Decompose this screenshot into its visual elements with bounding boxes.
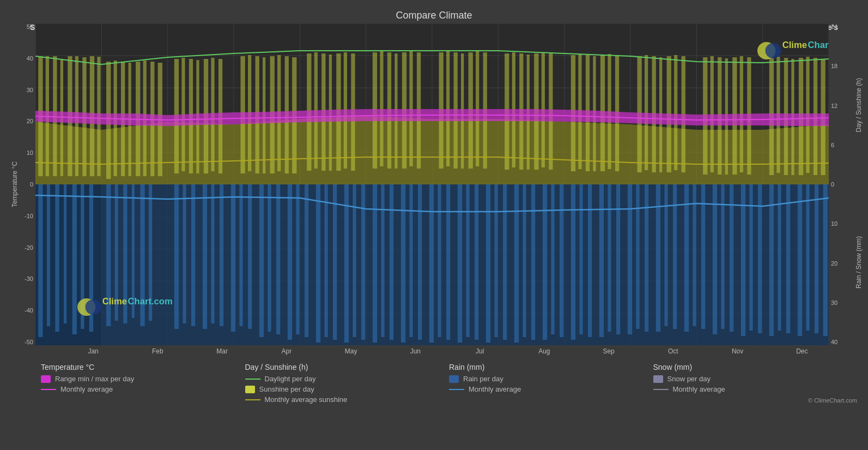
y-left-50: 50 (27, 23, 33, 30)
y-left-0: 0 (30, 181, 33, 188)
svg-rect-54 (316, 184, 320, 343)
y-left-10: 10 (27, 149, 33, 156)
legend-rain-label: Rain per day (463, 375, 503, 383)
svg-rect-81 (571, 184, 575, 340)
svg-rect-105 (798, 184, 802, 336)
legend-sunshine-avg-label: Monthly average sunshine (265, 395, 348, 404)
svg-rect-71 (475, 184, 478, 340)
svg-rect-87 (628, 184, 632, 334)
legend-sunshine-day: Sunshine per day (245, 385, 450, 393)
legend-daylight: Daylight per day (245, 375, 450, 383)
legend-sunshine-label: Sunshine per day (259, 385, 314, 393)
svg-rect-56 (333, 184, 337, 340)
y-left-20: 20 (27, 118, 33, 124)
svg-rect-154 (409, 51, 412, 166)
legend-temperature: Temperature °C Range min / max per day M… (41, 363, 245, 404)
svg-rect-49 (268, 184, 271, 332)
svg-rect-99 (741, 184, 745, 336)
y-axis-left: 50 40 30 20 10 0 -10 -20 -30 -40 -50 (16, 23, 35, 345)
svg-point-201 (86, 299, 101, 315)
svg-rect-83 (588, 184, 592, 337)
svg-rect-89 (645, 184, 648, 332)
svg-rect-95 (701, 184, 705, 329)
y-right-rain-30: 30 (831, 299, 851, 306)
svg-rect-73 (494, 184, 497, 337)
y-right-6: 6 (831, 142, 851, 148)
legend-sunshine-swatch (245, 386, 255, 393)
legend-rain-swatch (449, 375, 459, 383)
chart-svg: Clime Chart.com Clime Chart.com (35, 23, 829, 345)
month-feb: Feb (125, 347, 190, 355)
svg-text:Chart.com: Chart.com (808, 40, 829, 50)
svg-rect-97 (721, 184, 724, 329)
svg-rect-106 (806, 184, 809, 331)
y-right-18: 18 (831, 63, 851, 69)
svg-rect-65 (418, 184, 422, 340)
svg-rect-29 (64, 184, 66, 323)
svg-rect-86 (616, 184, 620, 334)
svg-rect-57 (344, 184, 349, 343)
svg-rect-27 (47, 184, 50, 326)
svg-rect-150 (380, 51, 383, 166)
svg-rect-103 (778, 184, 781, 331)
legend-rain-day: Rain per day (449, 375, 653, 383)
svg-rect-44 (220, 184, 223, 326)
svg-text:Chart.com: Chart.com (128, 296, 173, 306)
svg-rect-79 (551, 184, 554, 334)
legend-rain: Rain (mm) Rain per day Monthly average (449, 363, 653, 404)
svg-rect-43 (211, 184, 214, 323)
svg-rect-69 (458, 184, 462, 343)
svg-rect-75 (514, 184, 519, 343)
legend-snow-label: Snow per day (667, 375, 711, 383)
legend-snow-avg: Monthly average (653, 385, 858, 393)
svg-rect-47 (248, 184, 252, 329)
month-may: May (319, 347, 383, 355)
svg-rect-66 (429, 184, 434, 343)
svg-rect-102 (769, 184, 774, 336)
svg-rect-61 (381, 184, 384, 337)
svg-rect-60 (373, 184, 377, 343)
svg-rect-28 (55, 184, 59, 332)
svg-rect-62 (390, 184, 393, 340)
x-axis: Jan Feb Mar Apr May Jun Jul Aug Sep Oct … (61, 345, 834, 357)
month-jan: Jan (61, 347, 125, 355)
svg-rect-40 (183, 184, 186, 323)
month-aug: Aug (512, 347, 576, 355)
svg-rect-82 (579, 184, 582, 334)
copyright: © ClimeChart.com (808, 397, 857, 404)
svg-rect-39 (174, 184, 179, 329)
page-title: Compare Climate (0, 4, 868, 23)
legend-daylight-line (245, 379, 260, 380)
svg-rect-46 (239, 184, 242, 326)
svg-text:Clime: Clime (782, 40, 807, 50)
legend-snow-day: Snow per day (653, 375, 858, 383)
chart-area: Clime Chart.com Clime Chart.com (35, 23, 829, 345)
svg-rect-26 (38, 184, 43, 337)
svg-rect-182 (674, 55, 677, 170)
legend-temp-avg: Monthly average (41, 385, 245, 393)
svg-rect-107 (815, 184, 818, 333)
svg-rect-78 (543, 184, 547, 340)
y-axis-sunshine-label: Day / Sunshine (h) (855, 78, 863, 132)
month-jun: Jun (383, 347, 447, 355)
legend-rain-avg: Monthly average (449, 385, 653, 393)
svg-rect-72 (486, 184, 490, 343)
month-oct: Oct (641, 347, 705, 355)
legend-snow-header: Snow (mm) (653, 363, 858, 371)
legend-temp-avg-label: Monthly average (60, 385, 113, 393)
legend-sunshine-avg-line (245, 399, 260, 400)
y-axis-rain-label: Rain / Snow (mm) (855, 236, 863, 289)
svg-rect-104 (786, 184, 790, 333)
month-jul: Jul (448, 347, 512, 355)
svg-rect-45 (231, 184, 235, 332)
svg-rect-63 (401, 184, 405, 343)
month-dec: Dec (770, 347, 834, 355)
legend-rain-header: Rain (mm) (449, 363, 653, 371)
svg-rect-55 (324, 184, 327, 337)
legend-temp-range-swatch (41, 375, 51, 383)
svg-rect-74 (503, 184, 507, 340)
y-right-24: 24 (831, 23, 851, 30)
svg-rect-64 (409, 184, 412, 337)
legend-daylight-label: Daylight per day (265, 375, 316, 383)
month-mar: Mar (190, 347, 254, 355)
